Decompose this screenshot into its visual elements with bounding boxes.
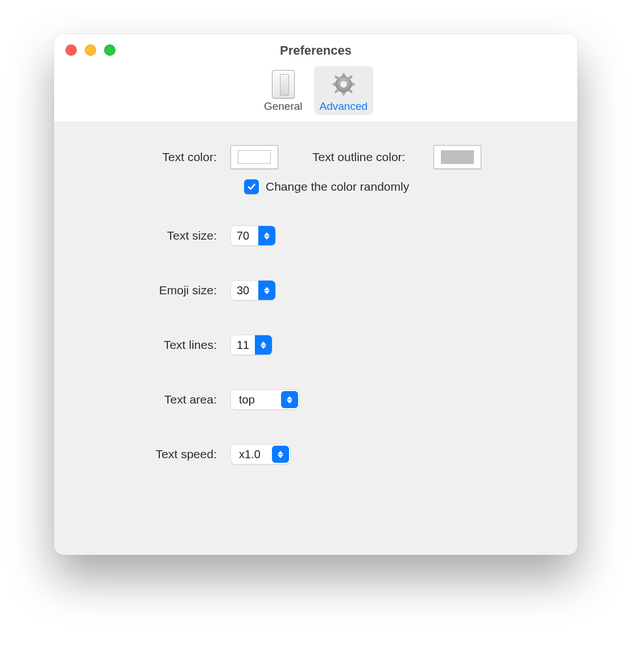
text-lines-stepper[interactable]: 11 bbox=[230, 335, 273, 355]
text-speed-label: Text speed: bbox=[77, 447, 230, 461]
text-area-value: top bbox=[231, 390, 280, 409]
text-size-value[interactable]: 70 bbox=[231, 226, 258, 245]
text-area-label: Text area: bbox=[77, 393, 230, 406]
titlebar: Preferences bbox=[54, 34, 577, 63]
text-speed-row: Text speed: x1.0 bbox=[77, 444, 555, 464]
window-title: Preferences bbox=[280, 39, 352, 58]
tab-general-label: General bbox=[264, 100, 303, 113]
text-outline-color-label: Text outline color: bbox=[312, 150, 405, 164]
text-color-swatch bbox=[238, 150, 271, 164]
emoji-size-row: Emoji size: 30 bbox=[77, 280, 555, 301]
popup-arrows-icon[interactable] bbox=[272, 446, 289, 463]
random-color-row: Change the color randomly bbox=[77, 179, 555, 194]
stepper-arrows-icon[interactable] bbox=[255, 335, 272, 355]
checkmark-icon bbox=[246, 182, 257, 192]
gear-icon bbox=[329, 69, 358, 99]
traffic-lights bbox=[65, 44, 115, 56]
emoji-size-label: Emoji size: bbox=[77, 283, 230, 297]
tab-advanced[interactable]: Advanced bbox=[314, 66, 374, 115]
text-color-well[interactable] bbox=[230, 145, 278, 169]
emoji-size-value[interactable]: 30 bbox=[231, 281, 258, 300]
text-area-popup[interactable]: top bbox=[230, 389, 300, 410]
text-color-label: Text color: bbox=[77, 150, 230, 164]
stepper-arrows-icon[interactable] bbox=[258, 226, 275, 245]
svg-point-1 bbox=[340, 81, 347, 88]
color-row: Text color: Text outline color: bbox=[77, 145, 555, 169]
tab-advanced-label: Advanced bbox=[320, 100, 368, 113]
emoji-size-stepper[interactable]: 30 bbox=[230, 280, 276, 301]
color-controls: Text outline color: bbox=[230, 145, 481, 169]
text-speed-value: x1.0 bbox=[231, 445, 271, 464]
popup-arrows-icon[interactable] bbox=[281, 391, 298, 408]
minimize-button[interactable] bbox=[85, 44, 96, 56]
zoom-button[interactable] bbox=[104, 44, 115, 56]
text-speed-popup[interactable]: x1.0 bbox=[230, 444, 291, 464]
text-lines-value[interactable]: 11 bbox=[231, 335, 255, 355]
random-color-checkbox[interactable] bbox=[244, 179, 259, 194]
text-outline-color-well[interactable] bbox=[434, 145, 481, 169]
text-size-label: Text size: bbox=[77, 229, 230, 242]
preferences-window: Preferences General bbox=[54, 34, 577, 555]
toolbar: General bbox=[54, 63, 577, 122]
text-size-stepper[interactable]: 70 bbox=[230, 225, 276, 246]
text-size-row: Text size: 70 bbox=[77, 225, 555, 246]
tab-general[interactable]: General bbox=[258, 66, 308, 115]
text-area-row: Text area: top bbox=[77, 389, 555, 410]
text-lines-row: Text lines: 11 bbox=[77, 335, 555, 355]
stepper-arrows-icon[interactable] bbox=[258, 281, 275, 300]
switch-icon bbox=[269, 69, 298, 99]
text-lines-label: Text lines: bbox=[77, 338, 230, 352]
content-area: Text color: Text outline color: Chan bbox=[54, 122, 577, 555]
text-outline-color-swatch bbox=[441, 150, 474, 164]
close-button[interactable] bbox=[65, 44, 77, 56]
random-color-label: Change the color randomly bbox=[266, 180, 409, 194]
